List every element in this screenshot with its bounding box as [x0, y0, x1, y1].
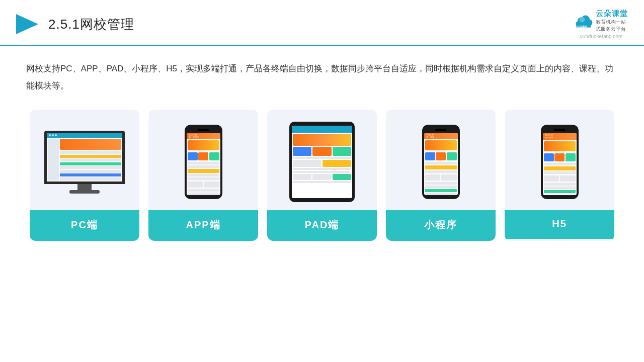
monitor-mockup — [44, 131, 125, 194]
card-app-image: 职达人的第一堂网课 — [148, 110, 258, 210]
phone-mockup-app: 职达人的第一堂网课 — [185, 125, 222, 199]
card-pad: PAD端 — [267, 110, 377, 241]
logo-cloud: 云朵课堂 云朵课堂 教育机构一站式服务云平台 — [575, 9, 628, 33]
card-miniapp: 职达人的第一堂课 — [386, 110, 496, 241]
card-pad-label: PAD端 — [267, 210, 377, 241]
card-pc: PC端 — [30, 110, 139, 241]
device-cards-container: PC端 职达人的第一堂网课 — [26, 110, 618, 241]
phone-body-h5: 职达人的第一堂课 — [541, 125, 579, 199]
page-title: 2.5.1网校管理 — [48, 16, 134, 33]
card-app: 职达人的第一堂网课 — [148, 110, 258, 241]
tablet-body — [289, 122, 355, 202]
phone-mockup-h5: 职达人的第一堂课 — [541, 125, 579, 199]
logo-text: 云朵课堂 — [596, 9, 628, 19]
header-left: 2.5.1网校管理 — [16, 12, 134, 36]
card-app-label: APP端 — [148, 210, 258, 241]
page-header: 2.5.1网校管理 云朵课堂 云朵课堂 教育机构一站式服务云平台 yunduok… — [0, 0, 644, 46]
phone-body-app: 职达人的第一堂网课 — [185, 125, 222, 199]
card-h5-image: 职达人的第一堂课 — [505, 110, 614, 210]
card-pc-image — [30, 110, 139, 210]
logo-slogan: 教育机构一站式服务云平台 — [596, 19, 626, 33]
title-main: 网校管理 — [80, 17, 134, 32]
card-pc-label: PC端 — [30, 210, 139, 241]
main-content: 网校支持PC、APP、PAD、小程序、H5，实现多端打通，产品各终端自由切换，数… — [0, 46, 644, 241]
logo-area: 云朵课堂 云朵课堂 教育机构一站式服务云平台 yunduoketang.com — [575, 9, 628, 39]
monitor-screen — [44, 131, 125, 184]
logo-url: yunduoketang.com — [580, 34, 623, 39]
svg-marker-0 — [16, 14, 38, 34]
cloud-logo-icon: 云朵课堂 — [575, 14, 593, 28]
card-pad-image — [267, 110, 377, 210]
phone-mockup-miniapp: 职达人的第一堂课 — [422, 125, 460, 199]
svg-text:云朵课堂: 云朵课堂 — [577, 25, 588, 28]
tablet-mockup — [289, 122, 355, 202]
card-h5-label: H5 — [505, 210, 614, 239]
phone-body-miniapp: 职达人的第一堂课 — [422, 125, 460, 199]
description-text: 网校支持PC、APP、PAD、小程序、H5，实现多端打通，产品各终端自由切换，数… — [26, 60, 618, 95]
title-prefix: 2.5.1 — [48, 17, 80, 32]
card-miniapp-label: 小程序 — [386, 210, 496, 241]
svg-point-7 — [580, 17, 585, 22]
card-miniapp-image: 职达人的第一堂课 — [386, 110, 496, 210]
play-icon — [16, 12, 40, 36]
card-h5: 职达人的第一堂课 — [505, 110, 614, 241]
